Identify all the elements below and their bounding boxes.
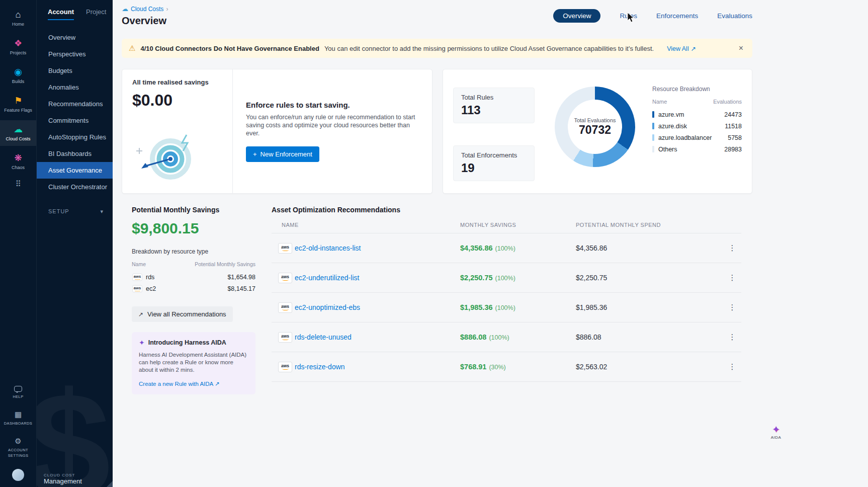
banner-view-all-link[interactable]: View All ↗ bbox=[667, 45, 696, 52]
user-avatar[interactable] bbox=[12, 469, 24, 481]
table-row[interactable]: aws ec2-unoptimized-ebs $1,985.36(100%) … bbox=[272, 293, 741, 322]
aws-icon: aws bbox=[278, 243, 292, 254]
feature-flags-icon: ⚑ bbox=[14, 96, 22, 106]
sidebar-item-recommendations[interactable]: Recommendations bbox=[37, 96, 113, 112]
total-enforcements-value: 19 bbox=[461, 161, 527, 175]
col-name: NAME bbox=[272, 222, 460, 228]
module-item-label: Feature Flags bbox=[4, 108, 32, 113]
recommendation-link[interactable]: rds-delete-unused bbox=[295, 333, 460, 341]
sidebar-item-bi-dashboards[interactable]: BI Dashboards bbox=[37, 145, 113, 162]
governance-warning-banner: ⚠ 4/10 Cloud Connectors Do Not Have Gove… bbox=[122, 39, 752, 58]
aida-fab-button[interactable]: ✦ AIDA bbox=[763, 424, 789, 440]
aida-promo-card: ✦ Introducing Harness AIDA Harness AI De… bbox=[132, 332, 255, 394]
recommendation-link[interactable]: ec2-underutilized-list bbox=[295, 274, 460, 282]
table-row[interactable]: aws rds-resize-down $768.91(30%) $2,563.… bbox=[272, 352, 741, 382]
module-item-builds[interactable]: ◉ Builds bbox=[0, 63, 36, 89]
row-menu-button[interactable]: ⋮ bbox=[723, 333, 741, 342]
sidebar-item-perspectives[interactable]: Perspectives bbox=[37, 46, 113, 62]
plus-icon: + bbox=[253, 150, 257, 158]
help-chat-icon bbox=[14, 386, 22, 392]
enforce-cta-title: Enforce rules to start saving. bbox=[246, 101, 419, 109]
realised-savings-amount: $0.00 bbox=[132, 91, 222, 110]
table-row[interactable]: aws ec2-underutilized-list $2,250.75(100… bbox=[272, 263, 741, 293]
app-root: ⌂ Home ❖ Projects ◉ Builds ⚑ Feature Fla… bbox=[0, 0, 868, 487]
legend-swatch bbox=[652, 123, 654, 129]
tab-account[interactable]: Account bbox=[48, 8, 74, 20]
account-settings-button[interactable]: ⚙ ACCOUNT SETTINGS bbox=[0, 434, 36, 462]
banner-message: You can edit connector to add the missin… bbox=[324, 45, 654, 52]
banner-close-icon[interactable]: × bbox=[737, 44, 745, 53]
mini-table-row: aws rds $1,654.98 bbox=[132, 271, 255, 283]
help-button[interactable]: HELP bbox=[0, 382, 36, 403]
module-picker-button[interactable]: ⠿ bbox=[15, 179, 21, 189]
sidebar-item-overview[interactable]: Overview bbox=[37, 29, 113, 46]
sidebar-setup-toggle[interactable]: SETUP ▾ bbox=[37, 208, 113, 215]
donut-center-value: 70732 bbox=[579, 123, 611, 137]
dashboards-button[interactable]: ▦ DASHBOARDS bbox=[0, 407, 36, 430]
sidebar-item-autostopping-rules[interactable]: AutoStopping Rules bbox=[37, 129, 113, 145]
sidebar-item-asset-governance[interactable]: Asset Governance bbox=[37, 162, 113, 179]
recommendation-link[interactable]: ec2-unoptimized-ebs bbox=[295, 303, 460, 311]
sidebar-item-anomalies[interactable]: Anomalies bbox=[37, 79, 113, 96]
row-menu-button[interactable]: ⋮ bbox=[723, 244, 741, 253]
tab-overview[interactable]: Overview bbox=[553, 9, 600, 23]
sidebar-scope-tabs: Account Project bbox=[37, 0, 113, 20]
mini-table-header: Name Potential Monthly Savings bbox=[132, 261, 255, 267]
dashboards-grid-icon: ▦ bbox=[15, 411, 22, 419]
tab-evaluations[interactable]: Evaluations bbox=[717, 12, 752, 20]
breakdown-row: azure.disk 11518 bbox=[652, 120, 742, 132]
module-item-chaos[interactable]: ❋ Chaos bbox=[0, 149, 36, 175]
module-item-home[interactable]: ⌂ Home bbox=[0, 6, 36, 31]
setup-label: SETUP bbox=[48, 208, 69, 215]
table-row[interactable]: aws rds-delete-unused $886.08(100%) $886… bbox=[272, 322, 741, 352]
breakdown-row: azure.loadbalancer 5758 bbox=[652, 132, 742, 143]
target-illustration bbox=[132, 132, 222, 184]
tab-enforcements[interactable]: Enforcements bbox=[656, 12, 698, 20]
module-item-feature-flags[interactable]: ⚑ Feature Flags bbox=[0, 92, 36, 117]
module-item-projects[interactable]: ❖ Projects bbox=[0, 34, 36, 60]
row-menu-button[interactable]: ⋮ bbox=[723, 273, 741, 282]
banner-title: 4/10 Cloud Connectors Do Not Have Govern… bbox=[140, 45, 319, 52]
tab-project[interactable]: Project bbox=[86, 8, 106, 20]
aws-icon: aws bbox=[278, 332, 292, 343]
recommendations-table-header: NAME MONTHLY SAVINGS POTENTIAL MONTHLY S… bbox=[272, 222, 741, 233]
sidebar-item-budgets[interactable]: Budgets bbox=[37, 62, 113, 79]
aws-icon: aws bbox=[278, 302, 292, 313]
external-link-icon: ↗ bbox=[138, 311, 143, 318]
footer-product-line2: Management bbox=[44, 477, 82, 485]
breadcrumb-cloud-costs[interactable]: Cloud Costs bbox=[131, 6, 163, 13]
new-enforcement-button[interactable]: + New Enforcement bbox=[246, 146, 319, 162]
tab-rules[interactable]: Rules bbox=[620, 12, 637, 20]
dollar-watermark: $ bbox=[36, 358, 111, 487]
sidebar-collapse-toggle[interactable] bbox=[107, 481, 113, 487]
aida-card-title: Introducing Harness AIDA bbox=[148, 339, 226, 346]
recommendation-link[interactable]: rds-resize-down bbox=[295, 363, 460, 371]
total-rules-stat: Total Rules 113 bbox=[453, 88, 535, 123]
aws-icon: aws bbox=[132, 273, 142, 280]
table-row[interactable]: aws ec2-old-instances-list $4,356.86(100… bbox=[272, 233, 741, 263]
potential-savings-panel: Potential Monthly Savings $9,800.15 Brea… bbox=[122, 206, 255, 394]
view-all-recommendations-button[interactable]: ↗ View all Recommendations bbox=[132, 306, 233, 322]
sidebar-item-commitments[interactable]: Commitments bbox=[37, 112, 113, 129]
breadcrumb-separator-icon: › bbox=[166, 6, 168, 13]
sidebar-item-cluster-orchestrator[interactable]: Cluster Orchestrator bbox=[37, 179, 113, 195]
module-item-cloud-costs[interactable]: ☁ Cloud Costs bbox=[0, 120, 36, 146]
projects-icon: ❖ bbox=[14, 38, 22, 48]
aida-sparkle-icon: ✦ bbox=[763, 424, 789, 435]
asset-optimization-panel: Asset Optimization Recommendations NAME … bbox=[272, 206, 741, 394]
governance-stats-card: Total Rules 113 Total Enforcements 19 To… bbox=[443, 69, 752, 194]
realised-savings-card: All time realised savings $0.00 bbox=[122, 69, 432, 194]
row-menu-button[interactable]: ⋮ bbox=[723, 303, 741, 312]
home-icon: ⌂ bbox=[16, 10, 21, 20]
external-link-icon: ↗ bbox=[215, 381, 220, 387]
sidebar: Account Project Overview Perspectives Bu… bbox=[36, 0, 113, 487]
recommendation-link[interactable]: ec2-old-instances-list bbox=[295, 244, 460, 252]
row-menu-button[interactable]: ⋮ bbox=[723, 362, 741, 371]
donut-center-label: Total Evaluations bbox=[574, 117, 616, 123]
gear-icon: ⚙ bbox=[15, 437, 21, 445]
chevron-down-icon: ▾ bbox=[100, 208, 104, 215]
resource-breakdown-header: Name Evaluations bbox=[652, 99, 742, 105]
total-rules-label: Total Rules bbox=[461, 94, 527, 101]
view-all-recommendations-label: View all Recommendations bbox=[147, 310, 226, 318]
aida-create-rule-link[interactable]: Create a new Rule with AIDA ↗ bbox=[139, 381, 220, 387]
